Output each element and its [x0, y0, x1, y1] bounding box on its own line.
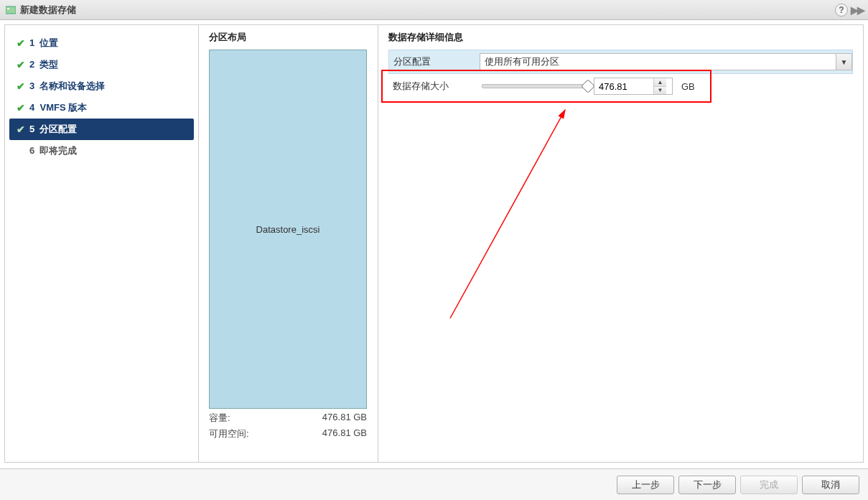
help-icon[interactable]: ? — [835, 4, 848, 17]
wizard-footer: 上一步 下一步 完成 取消 — [0, 468, 868, 500]
datastore-size-row: 数据存储大小 ▲ ▼ GB — [388, 74, 853, 98]
spinner-down-icon[interactable]: ▼ — [654, 87, 666, 95]
annotation-arrow — [421, 103, 694, 333]
capacity-label: 容量: — [209, 412, 230, 425]
datastore-name: Datastore_iscsi — [256, 224, 320, 235]
partition-layout-title: 分区布局 — [209, 31, 368, 44]
svg-line-2 — [450, 110, 565, 318]
svg-rect-0 — [6, 6, 16, 14]
size-slider[interactable] — [482, 84, 589, 88]
datastore-detail-panel: 数据存储详细信息 分区配置 使用所有可用分区 ▼ 数据存储大小 — [378, 25, 863, 462]
step-type[interactable]: ✔ 2 类型 — [5, 54, 198, 75]
chevron-down-icon[interactable]: ▼ — [836, 54, 851, 70]
datastore-size-label: 数据存储大小 — [388, 80, 475, 93]
free-space-row: 可用空间: 476.81 GB — [209, 427, 367, 440]
finish-button: 完成 — [740, 476, 798, 494]
spinner-up-icon[interactable]: ▲ — [654, 78, 666, 87]
dropdown-selected: 使用所有可用分区 — [480, 55, 836, 68]
svg-rect-1 — [7, 8, 9, 9]
partition-config-row: 分区配置 使用所有可用分区 ▼ — [388, 50, 853, 74]
datastore-icon — [6, 5, 16, 15]
step-name-device[interactable]: ✔ 3 名称和设备选择 — [5, 75, 198, 97]
check-icon: ✔ — [17, 80, 29, 92]
size-unit: GB — [681, 81, 695, 92]
partition-config-label: 分区配置 — [389, 55, 475, 68]
step-vmfs-version[interactable]: ✔ 4 VMFS 版本 — [5, 97, 198, 119]
check-icon: ✔ — [17, 37, 29, 49]
check-icon: ✔ — [17, 59, 29, 70]
wizard-body: ✔ 1 位置 ✔ 2 类型 ✔ 3 名称和设备选择 ✔ 4 VMFS 版本 ✔ … — [4, 24, 864, 463]
prev-button[interactable]: 上一步 — [617, 476, 674, 494]
slider-thumb[interactable] — [581, 79, 595, 93]
partition-layout-panel: 分区布局 Datastore_iscsi 容量: 476.81 GB 可用空间:… — [199, 25, 378, 462]
collapse-icon[interactable]: ▶▶ — [851, 4, 864, 16]
check-icon: ✔ — [17, 124, 29, 135]
size-input[interactable] — [594, 78, 653, 94]
free-space-label: 可用空间: — [209, 427, 249, 440]
capacity-row: 容量: 476.81 GB — [209, 412, 367, 425]
wizard-sidebar: ✔ 1 位置 ✔ 2 类型 ✔ 3 名称和设备选择 ✔ 4 VMFS 版本 ✔ … — [5, 25, 199, 462]
step-location[interactable]: ✔ 1 位置 — [5, 32, 198, 54]
check-icon: ✔ — [17, 102, 29, 114]
partition-block: Datastore_iscsi — [209, 50, 367, 409]
partition-config-dropdown[interactable]: 使用所有可用分区 ▼ — [480, 53, 852, 70]
wizard-main: 分区布局 Datastore_iscsi 容量: 476.81 GB 可用空间:… — [199, 25, 863, 462]
next-button[interactable]: 下一步 — [678, 476, 736, 494]
step-partition-config[interactable]: ✔ 5 分区配置 — [9, 119, 194, 140]
size-spinner[interactable]: ▲ ▼ — [594, 78, 673, 95]
free-space-value: 476.81 GB — [322, 427, 367, 440]
step-ready-complete[interactable]: 6 即将完成 — [5, 140, 198, 162]
detail-title: 数据存储详细信息 — [388, 31, 853, 44]
titlebar: 新建数据存储 ? ▶▶ — [0, 0, 868, 20]
dialog-title: 新建数据存储 — [20, 4, 76, 17]
cancel-button[interactable]: 取消 — [802, 476, 859, 494]
capacity-value: 476.81 GB — [322, 412, 367, 425]
